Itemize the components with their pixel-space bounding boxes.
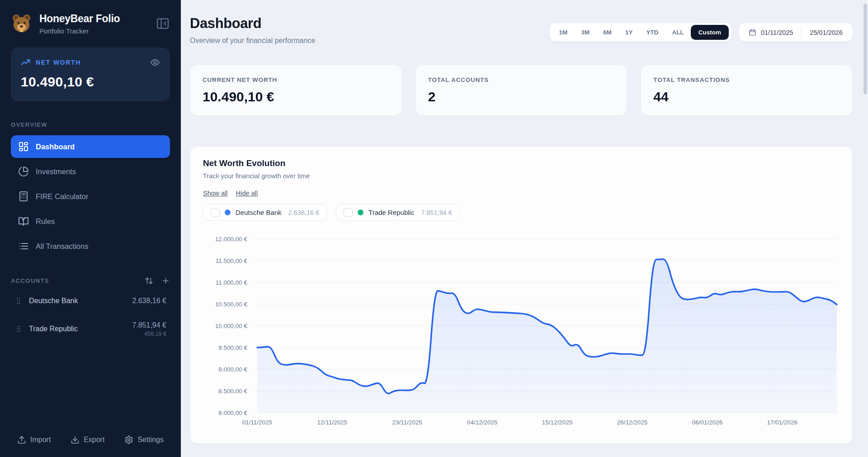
grip-icon[interactable]: [14, 297, 23, 305]
net-worth-card: NET WORTH 10.490,10 €: [11, 48, 170, 101]
trending-up-icon: [21, 58, 30, 67]
y-axis-tick-label: 8.500,00 €: [218, 388, 247, 395]
stat-value: 2: [428, 89, 615, 105]
x-axis-tick-label: 12/11/2025: [317, 419, 348, 426]
grip-icon[interactable]: [14, 325, 23, 333]
range-button-all[interactable]: ALL: [665, 25, 690, 40]
sidebar-item-label: FIRE Calculator: [36, 192, 88, 201]
app-subtitle: Portfolio Tracker: [39, 27, 120, 35]
page-header: Dashboard Overview of your financial per…: [190, 0, 315, 45]
sort-icon[interactable]: [145, 276, 153, 285]
gear-icon: [124, 435, 133, 444]
calculator-icon: [18, 191, 29, 202]
series-color-dot: [358, 209, 363, 215]
sidebar-item-label: Rules: [36, 217, 55, 226]
checkbox[interactable]: [344, 208, 353, 217]
legend-pill-deutsche-bank[interactable]: Deutsche Bank 2.638,16 €: [203, 204, 327, 221]
eye-icon[interactable]: [150, 57, 160, 67]
page-title: Dashboard: [190, 15, 315, 32]
chart-subtitle: Track your financial growth over time: [203, 172, 840, 180]
download-icon: [71, 435, 80, 444]
app-title: HoneyBear Folio: [39, 13, 120, 25]
account-name: Trade Republic: [29, 325, 126, 333]
accounts-header: ACCOUNTS: [11, 276, 170, 285]
chart-title: Net Worth Evolution: [203, 158, 840, 168]
book-check-icon: [18, 216, 29, 227]
sidebar-item-label: All Transactions: [36, 242, 88, 251]
time-range-segmented-control: 1M 3M 6M 1Y YTD ALL Custom: [550, 23, 731, 42]
stat-card-net-worth: CURRENT NET WORTH 10.490,10 €: [190, 65, 402, 116]
legend-pill-trade-republic[interactable]: Trade Republic 7.851,94 €: [336, 204, 460, 221]
net-worth-evolution-card: Net Worth Evolution Track your financial…: [190, 146, 853, 444]
x-axis-tick-label: 04/12/2025: [467, 419, 498, 426]
range-button-ytd[interactable]: YTD: [639, 25, 665, 40]
sidebar-nav: Dashboard Investments FIRE Calculator: [11, 135, 170, 257]
stat-label: TOTAL TRANSACTIONS: [653, 76, 840, 83]
range-button-3m[interactable]: 3M: [574, 25, 596, 40]
range-button-6m[interactable]: 6M: [596, 25, 618, 40]
account-name: Deutsche Bank: [29, 297, 126, 305]
hide-all-link[interactable]: Hide all: [236, 190, 258, 197]
checkbox[interactable]: [211, 208, 220, 217]
import-button[interactable]: Import: [17, 435, 51, 444]
net-worth-chart[interactable]: 12.000,00 €11.500,00 €11.000,00 €10.500,…: [203, 229, 840, 427]
y-axis-tick-label: 12.000,00 €: [215, 236, 248, 243]
range-button-custom[interactable]: Custom: [691, 25, 729, 40]
range-button-1m[interactable]: 1M: [552, 25, 575, 40]
upload-icon: [17, 435, 26, 444]
x-axis-tick-label: 26/12/2025: [617, 419, 648, 426]
list-icon: [18, 241, 29, 252]
overview-section-label: OVERVIEW: [11, 121, 170, 128]
pie-chart-icon: [18, 166, 29, 177]
chart-legend: Deutsche Bank 2.638,16 € Trade Republic …: [203, 204, 840, 221]
x-axis-tick-label: 15/12/2025: [542, 419, 573, 426]
plus-icon[interactable]: [161, 276, 170, 285]
date-to-field[interactable]: 25/01/2026: [802, 29, 851, 36]
page-scrollbar-thumb[interactable]: [863, 4, 867, 94]
page-subtitle: Overview of your financial performance: [190, 37, 315, 45]
account-row-trade-republic[interactable]: Trade Republic 7.851,94 € 456,19 €: [11, 317, 170, 341]
panel-collapse-icon[interactable]: [156, 16, 170, 31]
y-axis-tick-label: 10.000,00 €: [215, 323, 248, 329]
y-axis-tick-label: 11.000,00 €: [216, 279, 248, 286]
export-button[interactable]: Export: [71, 435, 104, 444]
accounts-section-label: ACCOUNTS: [11, 277, 49, 284]
x-axis-tick-label: 06/01/2026: [692, 419, 723, 426]
y-axis-tick-label: 9.500,00 €: [218, 344, 247, 351]
stat-value: 44: [653, 89, 840, 105]
sidebar-item-all-transactions[interactable]: All Transactions: [11, 235, 170, 257]
date-range-picker: 01/11/2025 25/01/2026: [739, 23, 853, 42]
calendar-icon: [749, 29, 756, 36]
stat-card-total-transactions: TOTAL TRANSACTIONS 44: [641, 65, 853, 116]
settings-button[interactable]: Settings: [124, 435, 164, 444]
y-axis-tick-label: 9.000,00 €: [218, 366, 247, 373]
header-controls: 1M 3M 6M 1Y YTD ALL Custom 01/11/2025 25…: [550, 23, 853, 42]
account-value: 7.851,94 €: [132, 321, 166, 329]
stat-card-total-accounts: TOTAL ACCOUNTS 2: [415, 65, 627, 116]
sidebar-item-fire-calculator[interactable]: FIRE Calculator: [11, 185, 170, 208]
net-worth-value: 10.490,10 €: [21, 74, 160, 90]
sidebar-header: HoneyBear Folio Portfolio Tracker: [11, 0, 170, 35]
account-sub-value: 456,19 €: [132, 331, 166, 337]
sidebar-item-investments[interactable]: Investments: [11, 160, 170, 183]
range-button-1y[interactable]: 1Y: [618, 25, 640, 40]
sidebar-item-rules[interactable]: Rules: [11, 210, 170, 233]
x-axis-tick-label: 17/01/2026: [767, 419, 798, 426]
net-worth-label: NET WORTH: [36, 59, 81, 66]
sidebar-item-label: Dashboard: [36, 143, 75, 151]
y-axis-tick-label: 8.000,00 €: [218, 409, 247, 416]
sidebar-item-dashboard[interactable]: Dashboard: [11, 135, 170, 158]
stat-cards-row: CURRENT NET WORTH 10.490,10 € TOTAL ACCO…: [190, 65, 853, 116]
sidebar-item-label: Investments: [36, 167, 76, 176]
stat-value: 10.490,10 €: [203, 89, 389, 105]
series-color-dot: [225, 209, 231, 215]
page-scrollbar-track[interactable]: [862, 0, 868, 457]
app-titles: HoneyBear Folio Portfolio Tracker: [39, 13, 120, 35]
y-axis-tick-label: 10.500,00 €: [215, 301, 248, 308]
y-axis-tick-label: 11.500,00 €: [216, 257, 248, 264]
dashboard-icon: [18, 141, 29, 152]
account-row-deutsche-bank[interactable]: Deutsche Bank 2.638,16 €: [11, 289, 170, 313]
show-all-link[interactable]: Show all: [203, 190, 228, 197]
date-from-field[interactable]: 01/11/2025: [741, 29, 802, 36]
stat-label: TOTAL ACCOUNTS: [428, 76, 615, 83]
